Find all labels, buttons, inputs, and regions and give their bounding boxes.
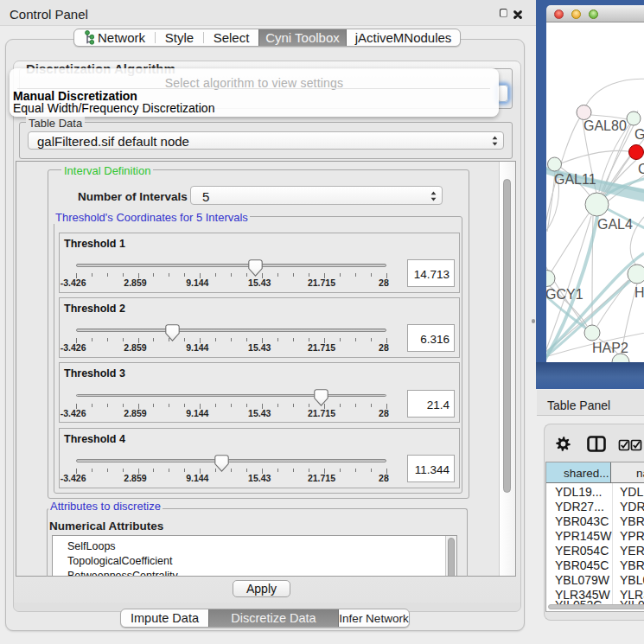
svg-text:GCY1: GCY1: [546, 287, 583, 302]
svg-text:GAL80: GAL80: [583, 118, 627, 133]
svg-text:GAL4: GAL4: [597, 217, 633, 232]
svg-text:HI: HI: [634, 285, 644, 300]
svg-text:HAP2: HAP2: [592, 341, 628, 355]
svg-text:GAL11: GAL11: [554, 172, 596, 187]
svg-text:GA: GA: [634, 127, 644, 142]
svg-text:C: C: [638, 162, 644, 176]
